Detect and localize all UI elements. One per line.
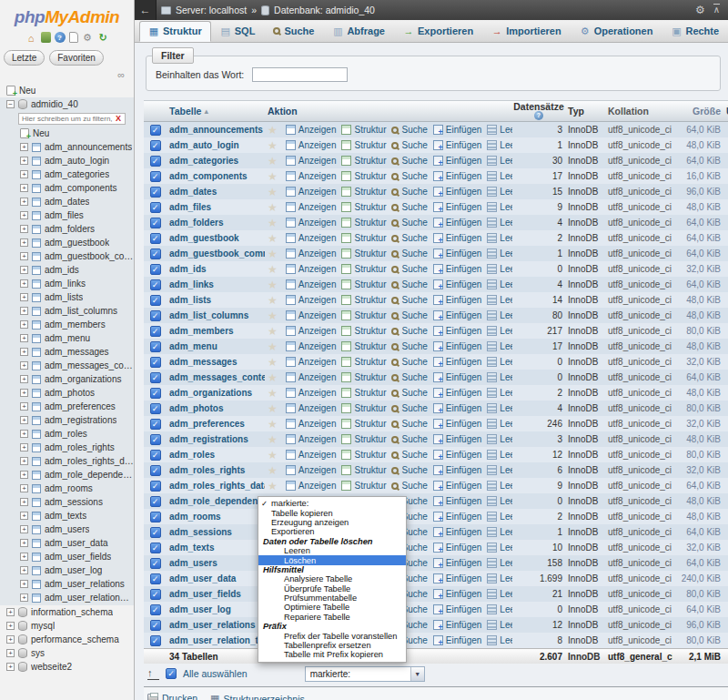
action-struktur[interactable]: Struktur: [341, 357, 386, 367]
sidebar-database-item[interactable]: performance_schema: [0, 633, 134, 646]
action-leeren[interactable]: Leeren: [487, 573, 512, 583]
action-leeren[interactable]: Leeren: [487, 558, 512, 568]
gear-icon[interactable]: [695, 4, 705, 16]
action-einfügen[interactable]: Einfügen: [433, 171, 481, 181]
action-struktur[interactable]: Struktur: [341, 450, 386, 460]
row-checkbox[interactable]: [150, 527, 161, 538]
action-anzeigen[interactable]: Anzeigen: [286, 140, 337, 150]
row-collation[interactable]: utf8_unicode_ci: [605, 153, 672, 168]
action-struktur[interactable]: Struktur: [341, 125, 386, 135]
table-name-link[interactable]: adm_photos: [167, 401, 265, 416]
action-einfügen[interactable]: Einfügen: [433, 357, 481, 367]
expand-icon[interactable]: [20, 361, 28, 370]
action-suche[interactable]: Suche: [391, 156, 427, 166]
expand-icon[interactable]: [20, 553, 28, 561]
table-name-link[interactable]: adm_user_relations: [167, 617, 265, 633]
sidebar-table-item[interactable]: adm_user_relations: [0, 577, 134, 591]
tab-suche[interactable]: Suche: [264, 21, 323, 42]
expand-icon[interactable]: [6, 635, 15, 644]
table-name-link[interactable]: adm_list_columns: [167, 308, 265, 323]
menu-item-markierte[interactable]: markierte:: [258, 499, 406, 508]
action-anzeigen[interactable]: Anzeigen: [286, 295, 337, 305]
table-name-link[interactable]: adm_guestbook: [167, 230, 265, 246]
row-checkbox[interactable]: [150, 388, 161, 399]
action-leeren[interactable]: Leeren: [487, 604, 512, 614]
header-type[interactable]: Typ: [565, 101, 605, 121]
tree-item-new-database[interactable]: Neu: [0, 84, 134, 97]
action-suche[interactable]: Suche: [391, 465, 427, 475]
expand-icon[interactable]: [6, 663, 15, 671]
sidebar-table-item[interactable]: adm_folders: [0, 222, 134, 236]
expand-icon[interactable]: [20, 471, 28, 479]
action-einfügen[interactable]: Einfügen: [433, 481, 481, 491]
action-einfügen[interactable]: Einfügen: [433, 589, 481, 599]
favorite-star-icon[interactable]: [268, 139, 278, 152]
row-checkbox[interactable]: [150, 543, 161, 553]
expand-icon[interactable]: [20, 293, 28, 301]
action-suche[interactable]: Suche: [391, 140, 427, 150]
tab-abfrage[interactable]: Abfrage: [323, 21, 394, 42]
favorite-star-icon[interactable]: [268, 449, 278, 462]
action-leeren[interactable]: Leeren: [487, 125, 512, 135]
favorite-star-icon[interactable]: [268, 356, 278, 369]
action-einfügen[interactable]: Einfügen: [433, 341, 481, 351]
expand-icon[interactable]: [20, 279, 28, 288]
favorite-star-icon[interactable]: [268, 402, 278, 415]
sidebar-table-item[interactable]: adm_categories: [0, 167, 134, 181]
action-einfügen[interactable]: Einfügen: [433, 249, 481, 259]
action-einfügen[interactable]: Einfügen: [433, 326, 481, 336]
favorite-star-icon[interactable]: [268, 248, 278, 260]
action-einfügen[interactable]: Einfügen: [433, 310, 481, 320]
action-suche[interactable]: Suche: [391, 264, 427, 274]
sidebar-database-item[interactable]: webseite2: [0, 660, 134, 674]
action-struktur[interactable]: Struktur: [341, 156, 386, 166]
row-checkbox[interactable]: [150, 341, 161, 352]
expand-icon[interactable]: [20, 525, 28, 533]
action-einfügen[interactable]: Einfügen: [433, 233, 481, 243]
table-name-link[interactable]: adm_messages: [167, 354, 265, 370]
with-selected-select[interactable]: markierte:: [305, 666, 425, 682]
expand-icon[interactable]: [20, 443, 28, 451]
action-einfügen[interactable]: Einfügen: [433, 202, 481, 212]
action-leeren[interactable]: Leeren: [487, 171, 512, 181]
expand-icon[interactable]: [20, 430, 28, 438]
action-anzeigen[interactable]: Anzeigen: [286, 372, 337, 382]
action-leeren[interactable]: Leeren: [487, 156, 512, 166]
row-checkbox[interactable]: [150, 589, 161, 600]
action-einfügen[interactable]: Einfügen: [433, 543, 481, 553]
action-einfügen[interactable]: Einfügen: [433, 604, 481, 614]
table-name-link[interactable]: adm_lists: [167, 292, 265, 308]
table-name-link[interactable]: adm_roles_rights: [167, 462, 265, 478]
action-suche[interactable]: Suche: [391, 326, 427, 336]
header-size[interactable]: Größe: [672, 101, 723, 121]
row-collation[interactable]: utf8_unicode_ci: [605, 261, 672, 277]
favorite-star-icon[interactable]: [268, 279, 278, 291]
action-anzeigen[interactable]: Anzeigen: [286, 233, 337, 243]
row-collation[interactable]: utf8_unicode_ci: [605, 462, 672, 478]
action-leeren[interactable]: Leeren: [487, 202, 512, 212]
tree-item-new-table[interactable]: Neu: [0, 127, 134, 140]
tab-importieren[interactable]: Importieren: [482, 21, 571, 42]
row-checkbox[interactable]: [150, 310, 161, 321]
back-button[interactable]: [135, 0, 157, 20]
sidebar-table-item[interactable]: adm_texts: [0, 509, 134, 522]
action-struktur[interactable]: Struktur: [341, 140, 386, 150]
row-collation[interactable]: utf8_unicode_ci: [605, 401, 672, 416]
action-struktur[interactable]: Struktur: [341, 403, 386, 413]
favorite-star-icon[interactable]: [268, 340, 278, 353]
action-einfügen[interactable]: Einfügen: [433, 558, 481, 568]
table-name-link[interactable]: adm_dates: [167, 184, 265, 199]
action-struktur[interactable]: Struktur: [341, 279, 386, 289]
sidebar-table-item[interactable]: adm_roles_rights_data: [0, 454, 134, 468]
action-anzeigen[interactable]: Anzeigen: [286, 249, 337, 259]
action-anzeigen[interactable]: Anzeigen: [286, 450, 337, 460]
row-checkbox[interactable]: [150, 481, 161, 492]
action-anzeigen[interactable]: Anzeigen: [286, 357, 337, 367]
row-checkbox[interactable]: [150, 187, 161, 198]
action-leeren[interactable]: Leeren: [487, 620, 512, 630]
action-struktur[interactable]: Struktur: [341, 326, 386, 336]
action-einfügen[interactable]: Einfügen: [433, 403, 481, 413]
table-name-link[interactable]: adm_announcements: [167, 122, 265, 137]
refresh-icon[interactable]: [97, 32, 109, 44]
sidebar-table-item[interactable]: adm_components: [0, 181, 134, 195]
